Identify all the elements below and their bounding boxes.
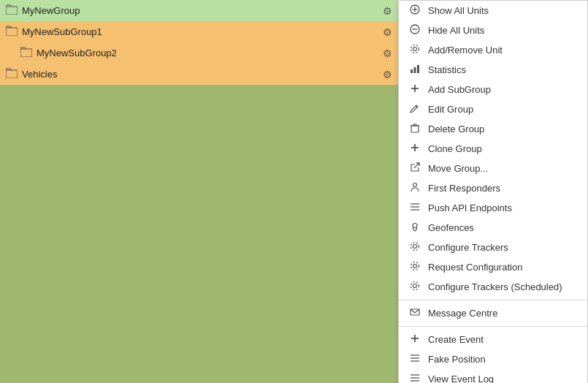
svg-point-9 — [413, 48, 417, 51]
menu-item-move-group[interactable]: Move Group... — [399, 159, 587, 178]
menu-item-delete-group[interactable]: Delete Group — [399, 119, 587, 139]
tree-item-left-myNewSubGroup1: MyNewSubGroup1 — [6, 26, 102, 38]
menu-item-request-configuration[interactable]: Request Configuration — [399, 257, 587, 277]
tree-item-myNewSubGroup2[interactable]: MyNewSubGroup2⚙ — [0, 42, 398, 64]
gear-icon — [409, 261, 421, 273]
menu-label: Message Centre — [428, 308, 497, 319]
pin-icon — [409, 221, 421, 234]
svg-rect-0 — [6, 7, 18, 15]
menu-item-edit-group[interactable]: Edit Group — [399, 99, 587, 119]
edit-icon — [409, 103, 421, 115]
menu-label: Fake Position — [428, 354, 486, 365]
svg-rect-13 — [417, 65, 419, 73]
circle-plus-icon — [409, 4, 421, 17]
list-icon — [409, 353, 421, 365]
menu-item-create-event[interactable]: Create Event — [399, 330, 587, 349]
menu-label: Configure Trackers (Scheduled) — [428, 281, 562, 292]
svg-rect-12 — [414, 67, 416, 73]
list-icon — [409, 373, 421, 383]
svg-rect-17 — [411, 126, 419, 132]
svg-point-31 — [411, 243, 419, 251]
tree-item-myNewGroup[interactable]: MyNewGroup⚙ — [0, 0, 398, 21]
svg-rect-3 — [6, 70, 18, 78]
gear-icon — [409, 44, 421, 56]
tree-panel: MyNewGroup⚙ MyNewSubGroup1⚙ MyNewSubGrou… — [0, 0, 398, 383]
tree-item-vehicles[interactable]: Vehicles⚙ — [0, 64, 398, 85]
bar-chart-icon — [409, 64, 421, 76]
menu-item-clone-group[interactable]: Clone Group — [399, 139, 587, 159]
menu-label: Show All Units — [428, 5, 489, 16]
svg-point-35 — [411, 282, 419, 290]
gear-icon[interactable]: ⚙ — [383, 69, 392, 80]
context-menu: Show All UnitsHide All UnitsAdd/Remove U… — [398, 0, 588, 383]
menu-label: Push API Endpoints — [428, 202, 512, 213]
tree-item-label: Vehicles — [22, 69, 57, 80]
svg-rect-2 — [20, 49, 32, 57]
trash-icon — [409, 123, 421, 135]
folder-icon — [6, 4, 18, 17]
menu-item-hide-all-units[interactable]: Hide All Units — [399, 20, 587, 40]
tree-item-left-myNewGroup: MyNewGroup — [6, 4, 80, 17]
menu-label: Edit Group — [428, 104, 473, 115]
menu-label: Create Event — [428, 334, 484, 345]
tree-item-left-myNewSubGroup2: MyNewSubGroup2 — [20, 47, 117, 59]
svg-point-25 — [413, 183, 417, 187]
menu-item-push-api-endpoints[interactable]: Push API Endpoints — [399, 198, 587, 218]
menu-label: Hide All Units — [428, 25, 484, 36]
menu-label: Statistics — [428, 64, 466, 75]
menu-item-statistics[interactable]: Statistics — [399, 60, 587, 80]
tree-item-myNewSubGroup1[interactable]: MyNewSubGroup1⚙ — [0, 21, 398, 42]
tree-item-label: MyNewSubGroup1 — [22, 26, 102, 37]
menu-item-message-centre[interactable]: Message Centre — [399, 303, 587, 323]
envelope-icon — [409, 307, 421, 319]
menu-label: Add/Remove Unit — [428, 45, 503, 56]
menu-item-view-event-log[interactable]: View Event Log — [399, 369, 587, 383]
menu-label: Delete Group — [428, 124, 484, 134]
svg-rect-1 — [6, 28, 18, 36]
gear-icon[interactable]: ⚙ — [383, 26, 392, 38]
svg-point-10 — [411, 45, 419, 53]
plus-icon — [409, 143, 421, 155]
tree-item-label: MyNewGroup — [22, 5, 80, 16]
svg-line-24 — [414, 163, 419, 168]
menu-item-configure-trackers[interactable]: Configure Trackers — [399, 238, 587, 257]
menu-item-add-remove-unit[interactable]: Add/Remove Unit — [399, 40, 587, 60]
menu-item-add-subgroup[interactable]: Add SubGroup — [399, 80, 587, 99]
menu-divider — [399, 300, 587, 300]
gear-icon[interactable]: ⚙ — [383, 48, 392, 59]
folder-icon — [6, 26, 18, 38]
svg-point-32 — [413, 265, 417, 268]
menu-label: Configure Trackers — [428, 242, 508, 253]
gear-icon[interactable]: ⚙ — [383, 5, 392, 17]
folder-icon — [20, 47, 32, 59]
menu-label: Move Group... — [428, 163, 488, 174]
gear-icon — [409, 281, 421, 293]
svg-point-33 — [411, 262, 419, 270]
svg-point-34 — [413, 284, 417, 288]
svg-rect-11 — [411, 69, 413, 73]
menu-label: Clone Group — [428, 143, 482, 154]
menu-item-fake-position[interactable]: Fake Position — [399, 349, 587, 369]
menu-label: First Responders — [428, 183, 500, 194]
person-icon — [409, 182, 421, 194]
export-icon — [409, 162, 421, 175]
tree-item-left-vehicles: Vehicles — [6, 68, 57, 80]
svg-point-30 — [413, 245, 417, 249]
menu-label: View Event Log — [428, 373, 494, 383]
menu-divider — [399, 326, 587, 327]
menu-item-configure-trackers-scheduled[interactable]: Configure Trackers (Scheduled) — [399, 277, 587, 297]
tree-item-label: MyNewSubGroup2 — [37, 48, 117, 58]
circle-minus-icon — [409, 24, 421, 37]
folder-icon — [6, 68, 18, 80]
plus-icon — [409, 83, 421, 96]
list-icon — [409, 202, 421, 214]
menu-label: Add SubGroup — [428, 84, 491, 95]
gear-icon — [409, 241, 421, 254]
menu-item-show-all-units[interactable]: Show All Units — [399, 1, 587, 20]
menu-item-first-responders[interactable]: First Responders — [399, 178, 587, 198]
menu-label: Geofences — [428, 222, 474, 233]
menu-item-geofences[interactable]: Geofences — [399, 218, 587, 238]
plus-icon — [409, 333, 421, 346]
menu-label: Request Configuration — [428, 262, 522, 273]
